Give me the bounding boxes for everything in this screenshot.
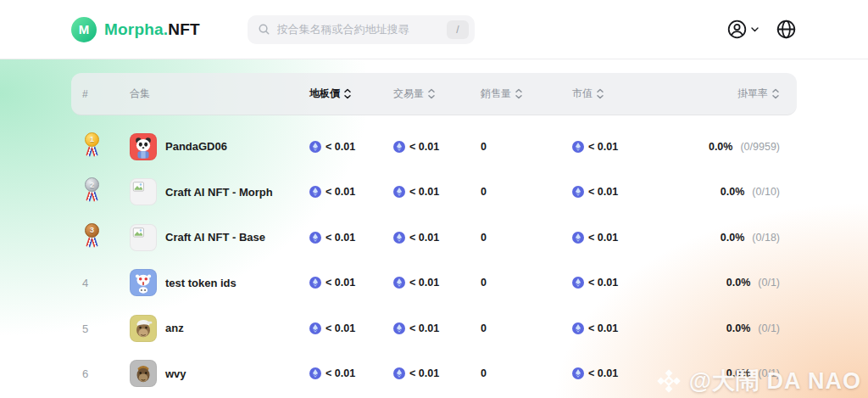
sales-cell: 0	[481, 141, 572, 153]
eth-coin-icon	[572, 277, 584, 289]
volume-cell: < 0.01	[393, 322, 481, 334]
table-row[interactable]: 1PandaGD06< 0.01< 0.010< 0.010.0%(0/9959…	[71, 124, 797, 170]
sales-value: 0	[481, 141, 487, 153]
eth-coin-icon	[309, 141, 321, 153]
listing-rate-value: 0.0%	[721, 186, 745, 198]
collection-name: test token ids	[165, 277, 236, 289]
search-box[interactable]: /	[248, 15, 475, 44]
table-row[interactable]: 4test token ids< 0.01< 0.010< 0.010.0%(0…	[71, 261, 797, 306]
account-button[interactable]	[726, 19, 759, 40]
column-header-floor[interactable]: 地板價	[309, 87, 393, 101]
volume-value: < 0.01	[409, 322, 439, 334]
collection-cell[interactable]: test token ids	[130, 269, 309, 296]
floor-price-cell: < 0.01	[309, 322, 393, 334]
brand-name-secondary: NFT	[168, 20, 200, 38]
volume-value: < 0.01	[409, 367, 439, 379]
market-cap-value: < 0.01	[588, 186, 618, 198]
rank-number: 6	[82, 367, 88, 380]
column-header-sales[interactable]: 銷售量	[481, 87, 572, 101]
market-cap-cell: < 0.01	[572, 367, 670, 379]
column-label: 地板價	[309, 87, 340, 101]
eth-coin-icon	[393, 186, 405, 198]
sort-icon	[771, 88, 780, 99]
chevron-down-icon	[751, 27, 759, 32]
eth-coin-icon	[309, 232, 321, 244]
floor-price-value: < 0.01	[326, 322, 355, 334]
collections-table: #合集地板價交易量銷售量市值掛單率 1PandaGD06< 0.01< 0.01…	[71, 73, 797, 396]
table-row[interactable]: 5anz< 0.01< 0.010< 0.010.0%(0/1)	[71, 306, 797, 351]
listing-rate-cell: 0.0%(0/1)	[670, 367, 797, 379]
volume-cell: < 0.01	[393, 277, 481, 289]
collection-thumbnail	[130, 178, 157, 205]
column-header-collection: 合集	[130, 87, 309, 101]
rank-cell: 6	[71, 366, 130, 381]
table-row[interactable]: 6wvy< 0.01< 0.010< 0.010.0%(0/1)	[71, 351, 797, 397]
top-bar: M Morpha.NFT /	[0, 0, 868, 59]
collection-cell[interactable]: anz	[130, 315, 309, 342]
collection-cell[interactable]: Craft AI NFT - Morph	[130, 178, 309, 205]
table-row[interactable]: 3Craft AI NFT - Base< 0.01< 0.010< 0.010…	[71, 215, 797, 261]
collection-thumbnail	[130, 315, 157, 342]
floor-price-value: < 0.01	[326, 367, 355, 379]
column-header-volume[interactable]: 交易量	[393, 87, 481, 101]
sort-icon	[343, 88, 352, 99]
sales-value: 0	[481, 322, 487, 334]
listing-rate-detail: (0/10)	[752, 186, 780, 198]
collection-thumbnail	[130, 224, 157, 251]
brand-name: Morpha.NFT	[104, 20, 200, 39]
floor-price-cell: < 0.01	[309, 277, 393, 289]
collection-cell[interactable]: wvy	[130, 360, 309, 387]
eth-coin-icon	[393, 277, 405, 289]
collection-name: Craft AI NFT - Morph	[165, 186, 273, 199]
collection-cell[interactable]: Craft AI NFT - Base	[130, 224, 309, 251]
floor-price-cell: < 0.01	[309, 367, 393, 379]
market-cap-value: < 0.01	[588, 141, 618, 153]
volume-cell: < 0.01	[393, 141, 481, 153]
collection-name: anz	[165, 322, 184, 334]
sales-cell: 0	[481, 232, 572, 244]
search-input[interactable]	[277, 23, 440, 36]
topbar-actions	[726, 19, 797, 40]
collection-thumbnail	[130, 133, 157, 160]
sales-cell: 0	[481, 367, 572, 379]
collection-name: Craft AI NFT - Base	[165, 231, 265, 244]
listing-rate-value: 0.0%	[726, 367, 751, 379]
table-row[interactable]: 2Craft AI NFT - Morph< 0.01< 0.010< 0.01…	[71, 170, 797, 216]
eth-coin-icon	[393, 232, 405, 244]
language-globe-button[interactable]	[776, 19, 797, 40]
column-header-rate[interactable]: 掛單率	[670, 87, 797, 101]
market-cap-cell: < 0.01	[572, 232, 670, 244]
listing-rate-detail: (0/18)	[752, 232, 780, 244]
listing-rate-cell: 0.0%(0/10)	[670, 186, 797, 198]
slash-shortcut-badge: /	[447, 20, 469, 39]
listing-rate-cell: 0.0%(0/9959)	[670, 141, 797, 153]
sales-cell: 0	[481, 277, 572, 289]
floor-price-cell: < 0.01	[309, 141, 393, 153]
listing-rate-detail: (0/1)	[758, 322, 780, 334]
collection-thumbnail	[130, 360, 157, 387]
brand-name-primary: Morpha.	[104, 20, 168, 38]
eth-coin-icon	[393, 322, 405, 334]
market-cap-cell: < 0.01	[572, 141, 670, 153]
eth-coin-icon	[309, 277, 321, 289]
market-cap-cell: < 0.01	[572, 322, 670, 334]
collection-thumbnail	[130, 269, 157, 296]
column-header-mcap[interactable]: 市值	[572, 87, 670, 101]
table-body: 1PandaGD06< 0.01< 0.010< 0.010.0%(0/9959…	[71, 124, 797, 396]
eth-coin-icon	[393, 141, 405, 153]
column-header-rank: #	[71, 88, 130, 100]
market-cap-value: < 0.01	[588, 322, 618, 334]
listing-rate-detail: (0/1)	[758, 277, 780, 289]
volume-cell: < 0.01	[393, 186, 481, 198]
column-label: 銷售量	[481, 87, 511, 101]
rank-cell: 4	[71, 275, 130, 290]
rank-number: 4	[82, 277, 88, 289]
eth-coin-icon	[572, 232, 584, 244]
floor-price-value: < 0.01	[326, 232, 355, 244]
brand-logo[interactable]: M Morpha.NFT	[71, 17, 200, 42]
listing-rate-value: 0.0%	[721, 232, 745, 244]
collection-cell[interactable]: PandaGD06	[130, 133, 309, 160]
listing-rate-cell: 0.0%(0/18)	[670, 232, 797, 244]
floor-price-cell: < 0.01	[309, 232, 393, 244]
collection-name: PandaGD06	[165, 140, 227, 153]
